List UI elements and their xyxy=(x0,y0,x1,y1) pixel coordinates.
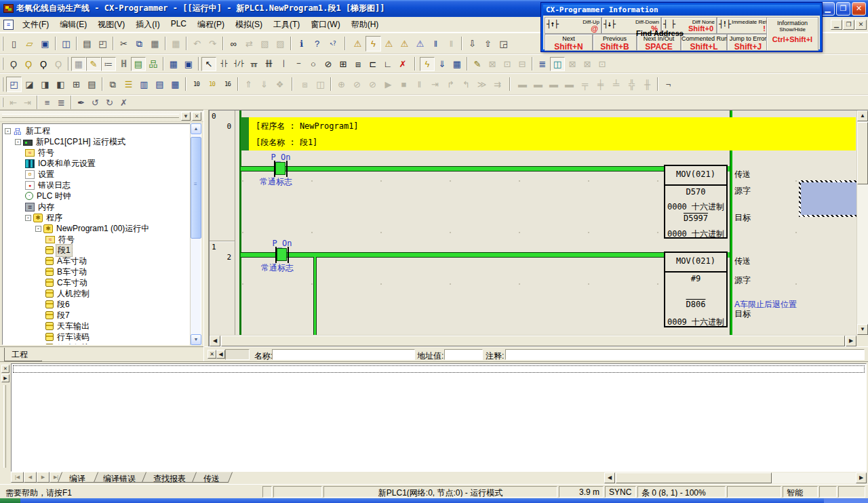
simulator-continuous-step[interactable]: ≫ xyxy=(474,77,490,92)
compare-with-plc[interactable]: ◲ xyxy=(496,36,511,52)
properties-window[interactable]: ▤ xyxy=(84,77,100,92)
scrollbar-thumb[interactable] xyxy=(616,472,772,483)
new-closed-coil[interactable]: ⊘ xyxy=(321,57,336,71)
mov-instruction[interactable]: MOV(021) D570 0000 十六进制 D5997 0000 十六进制 xyxy=(664,165,728,239)
io-comment-view[interactable]: ▥ xyxy=(136,77,152,92)
restore-button[interactable]: ❐ xyxy=(836,2,850,16)
auto-online[interactable]: ▦ xyxy=(450,57,465,71)
help-topics[interactable]: ? xyxy=(309,36,325,52)
tree-node[interactable]: 故障保护 xyxy=(3,342,201,345)
show-comments[interactable]: ✎ xyxy=(86,57,101,71)
copy[interactable]: ⧉ xyxy=(132,36,147,52)
transfer-to-simulator[interactable]: ⇓ xyxy=(435,57,450,71)
differentiate-monitor-5[interactable]: ╫ xyxy=(639,77,655,92)
tree-node[interactable]: -新工程 xyxy=(3,125,201,136)
new-contact[interactable]: ┤├ xyxy=(216,57,231,71)
infobar-close-icon[interactable]: ✕ xyxy=(208,350,216,359)
scrollbar-thumb[interactable] xyxy=(857,122,868,184)
tree-node[interactable]: 天车输出 xyxy=(3,321,201,331)
menu-item-9[interactable]: 窗口(W) xyxy=(305,18,345,32)
ladder-vertical-scrollbar[interactable]: ▲ ▼ xyxy=(856,110,868,335)
watch-window-toggle[interactable]: ▦ xyxy=(167,77,183,92)
close-button[interactable]: ✕ xyxy=(852,2,866,16)
scroll-right-icon[interactable]: ▶ xyxy=(846,336,856,346)
zoom-region[interactable]: Ϙ xyxy=(21,57,36,71)
infobar-back-icon[interactable]: ◀ xyxy=(216,350,225,359)
force-reset[interactable]: ⊠ xyxy=(580,57,595,71)
invert-rung[interactable]: ¬ xyxy=(660,77,676,92)
tree-scrollbar-thumb[interactable] xyxy=(191,137,201,239)
output-selected-line[interactable] xyxy=(13,365,865,373)
retrace[interactable]: ▨ xyxy=(273,36,288,52)
output-window-toggle[interactable]: ▤ xyxy=(152,77,167,92)
cross-reference[interactable]: ⧉ xyxy=(105,77,121,92)
memory-force-on[interactable]: ▬ xyxy=(546,77,561,92)
scroll-down-icon[interactable]: ▼ xyxy=(857,324,868,335)
menu-item-8[interactable]: 工具(T) xyxy=(268,18,305,32)
workspace-grip[interactable] xyxy=(2,114,179,118)
next-reference[interactable]: ⇓ xyxy=(256,77,272,92)
address-reference-tool[interactable]: ◫ xyxy=(550,57,565,71)
monitor-hex[interactable]: 16 xyxy=(220,77,235,92)
new-horizontal-line[interactable]: ─ xyxy=(291,57,306,71)
cut[interactable]: ✂ xyxy=(116,36,132,52)
differentiate-monitor-2[interactable]: ╪ xyxy=(593,77,608,92)
zoom-in[interactable]: Ϙ xyxy=(36,57,51,71)
toggle-workspace[interactable]: ◰ xyxy=(6,77,22,92)
simulator-mode[interactable]: ⊕ xyxy=(334,77,349,92)
ladder-horizontal-scrollbar[interactable]: ◀ ▶ xyxy=(210,335,856,346)
memory-set[interactable]: ▬ xyxy=(515,77,530,92)
instruction-operand[interactable]: D806 xyxy=(665,300,726,309)
new-corner[interactable]: ∟ xyxy=(380,57,395,71)
new-or-contact[interactable]: ╥╥ xyxy=(246,57,261,71)
show-rung-numbers[interactable]: ≣ xyxy=(54,96,68,109)
mdi-minimize-button[interactable]: ▁ xyxy=(831,20,842,30)
transfer-to-plc[interactable]: ⇩ xyxy=(465,36,480,52)
tree-scrollbar[interactable]: ▲ ▼ xyxy=(190,123,201,345)
tree-node[interactable]: PLC 时钟 xyxy=(3,190,201,201)
zoom-to-fit[interactable]: Ϙ xyxy=(6,57,21,71)
tab-nav-icon[interactable]: |◀ xyxy=(11,472,24,483)
tree-expander-icon[interactable]: - xyxy=(35,226,41,232)
ci-view[interactable]: ▣ xyxy=(181,57,196,71)
undo[interactable]: ↶ xyxy=(189,36,205,52)
online-edit-go[interactable]: ⊡ xyxy=(500,57,515,71)
paste[interactable]: ▦ xyxy=(147,36,163,52)
output-grip[interactable] xyxy=(3,385,6,468)
simulator-pause[interactable]: ‖ xyxy=(412,77,427,92)
tree-node[interactable]: 符号 xyxy=(3,147,201,158)
replace-in-project[interactable]: ▧ xyxy=(257,36,273,52)
memory-force-off[interactable]: ▬ xyxy=(561,77,577,92)
tree-node[interactable]: IO表和单元设置 xyxy=(3,158,201,169)
menu-item-6[interactable]: 编程(P) xyxy=(192,18,230,32)
differentiate-monitor-4[interactable]: ╬ xyxy=(624,77,639,92)
tree-expander-icon[interactable]: - xyxy=(15,139,21,145)
io-table-window[interactable]: ◧ xyxy=(53,77,68,92)
context-help[interactable]: ↖? xyxy=(325,36,340,52)
new-coil[interactable]: ○ xyxy=(306,57,321,71)
mdi-restore-button[interactable]: ❐ xyxy=(843,20,854,30)
monitor-table[interactable]: ▦ xyxy=(166,57,181,71)
tab-project[interactable]: 工程 xyxy=(4,348,42,361)
tree-node[interactable]: -NewProgram1 (00)运行中 xyxy=(3,223,201,234)
send-online-changes[interactable]: ⊠ xyxy=(485,57,500,71)
scroll-left-icon[interactable]: ◀ xyxy=(210,336,220,346)
local-symbol-table[interactable]: ☰ xyxy=(121,77,136,92)
transfer-check[interactable]: ⚠ xyxy=(397,36,412,52)
tab-nav-icon[interactable]: ▶ xyxy=(37,472,50,483)
tree-expander-icon[interactable]: - xyxy=(25,215,31,221)
toolbar-grip[interactable] xyxy=(2,98,4,107)
tree-node[interactable]: 段1 xyxy=(3,245,201,256)
mnemonics-view[interactable]: 品 xyxy=(146,57,161,71)
simulator-step-out[interactable]: ↰ xyxy=(458,77,474,92)
mark-tool[interactable]: ✒ xyxy=(74,96,88,109)
tree-node[interactable]: 设置 xyxy=(3,169,201,180)
output-tab-编译[interactable]: 编译 xyxy=(58,472,98,483)
ladder-view[interactable]: ▤ xyxy=(131,57,146,71)
tab-nav-icon[interactable]: ◀ xyxy=(24,472,37,483)
menu-item-10[interactable]: 帮助(H) xyxy=(346,18,384,32)
name-input[interactable] xyxy=(272,349,415,360)
comment-input[interactable] xyxy=(505,349,865,360)
compile-all-programs[interactable]: ⚠ xyxy=(350,36,366,52)
scroll-up-icon[interactable]: ▲ xyxy=(191,123,201,134)
